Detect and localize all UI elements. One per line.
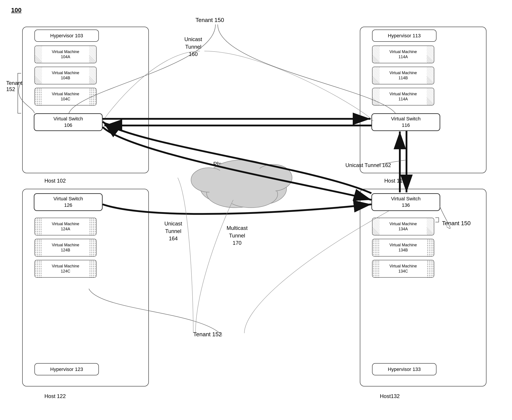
vm-104b: Virtual Machine104B: [34, 67, 97, 84]
vm-134b: Virtual Machine134B: [372, 239, 434, 256]
tenant-152-bottom: Tenant 152: [193, 331, 222, 338]
multicast-tunnel-170-label: MulticastTunnel170: [226, 224, 248, 247]
vm-114b: Virtual Machine114B: [372, 67, 434, 84]
hypervisor-123-label: Hypervisor 123: [50, 367, 83, 372]
virtual-switch-136: Virtual Switch136: [371, 193, 440, 211]
unicast-tunnel-162-label: Unicast Tunnel 162: [345, 162, 391, 168]
physical-network-cloud: [191, 160, 292, 208]
vm-104c: Virtual Machine104C: [34, 88, 97, 105]
vm-124c-label: Virtual Machine124C: [52, 264, 79, 274]
unicast-tunnel-160-label: UnicastTunnel160: [184, 36, 202, 58]
figure-number: 100: [11, 7, 22, 14]
hypervisor-133: Hypervisor 133: [372, 363, 437, 375]
hypervisor-103: Hypervisor 103: [34, 30, 99, 42]
vm-114a-1-label: Virtual Machine114A: [389, 49, 417, 60]
hypervisor-113-label: Hypervisor 113: [388, 33, 421, 39]
vm-124a: Virtual Machine124A: [34, 218, 97, 235]
vm-124b-label: Virtual Machine124B: [52, 242, 79, 253]
vm-114a-2-label: Virtual Machine114A: [389, 91, 417, 102]
virtual-switch-126: Virtual Switch126: [34, 193, 103, 211]
vs-126-label: Virtual Switch126: [53, 196, 83, 208]
vm-104a: Virtual Machine104A: [34, 45, 97, 63]
vs-136-label: Virtual Switch136: [391, 196, 421, 208]
vm-134b-label: Virtual Machine134B: [389, 242, 417, 253]
vm-134a-label: Virtual Machine134A: [389, 221, 417, 232]
vm-124c: Virtual Machine124C: [34, 260, 97, 278]
vm-134c-label: Virtual Machine134C: [389, 264, 417, 274]
tenant-152-left: Tenant152: [6, 80, 22, 92]
physical-network-label: PhysicalNetwork140: [213, 160, 235, 184]
tenant-150-right: Tenant 150: [442, 220, 471, 227]
hypervisor-133-label: Hypervisor 133: [388, 367, 421, 372]
svg-point-8: [254, 164, 292, 191]
vm-134c: Virtual Machine134C: [372, 260, 434, 278]
hypervisor-103-label: Hypervisor 103: [50, 33, 83, 39]
svg-point-4: [238, 173, 286, 204]
vm-104a-label: Virtual Machine104A: [52, 49, 79, 60]
vm-124a-label: Virtual Machine124A: [52, 221, 79, 232]
vm-104c-label: Virtual Machine104C: [52, 91, 79, 102]
hypervisor-113: Hypervisor 113: [372, 30, 437, 42]
svg-point-6: [224, 181, 278, 208]
vm-124b: Virtual Machine124B: [34, 239, 97, 256]
host-102-label: Host 102: [45, 178, 66, 184]
vm-114a-1: Virtual Machine114A: [372, 45, 434, 63]
host-122-label: Host 122: [45, 393, 66, 399]
hypervisor-123: Hypervisor 123: [34, 363, 99, 375]
vm-104b-label: Virtual Machine104B: [52, 70, 79, 81]
host-112-label: Host 112: [384, 178, 406, 184]
vs-116-label: Virtual Switch116: [391, 116, 421, 128]
vs-106-label: Virtual Switch106: [53, 116, 83, 128]
tenant-150-top: Tenant 150: [196, 17, 224, 23]
virtual-switch-116: Virtual Switch116: [371, 113, 440, 131]
vm-134a: Virtual Machine134A: [372, 218, 434, 235]
virtual-switch-106: Virtual Switch106: [34, 113, 103, 131]
host-132-label: Host132: [380, 393, 399, 399]
vm-114b-label: Virtual Machine114B: [389, 70, 417, 81]
vm-114a-2: Virtual Machine114A: [372, 88, 434, 105]
unicast-tunnel-164-label: UnicastTunnel164: [164, 220, 182, 242]
